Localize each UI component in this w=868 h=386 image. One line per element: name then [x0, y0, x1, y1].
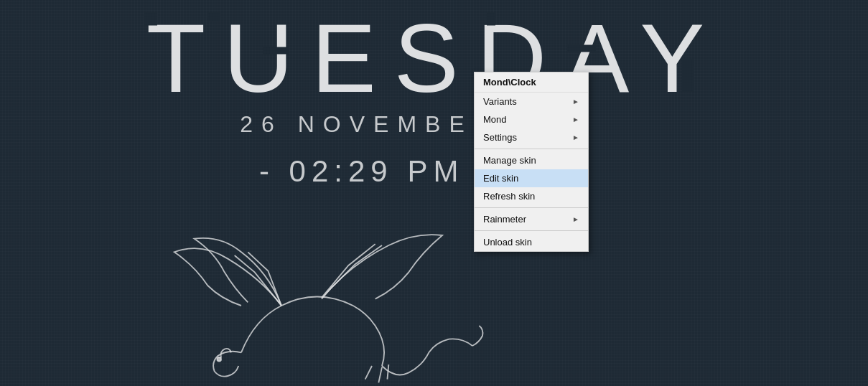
menu-separator-2 — [475, 207, 588, 208]
time-display: - 02:29 PM - — [0, 154, 753, 189]
menu-arrow-variants: ► — [572, 98, 579, 105]
menu-item-rainmeter[interactable]: Rainmeter ► — [475, 210, 588, 228]
svg-text:TUESDAY: TUESDAY — [146, 4, 722, 108]
menu-arrow-settings: ► — [572, 133, 579, 141]
menu-item-unload-skin[interactable]: Unload skin — [475, 233, 588, 251]
menu-item-rainmeter-label: Rainmeter — [483, 214, 526, 225]
date-text: 26 NOVEMBER, — [240, 111, 513, 137]
context-menu: Mond\Clock Variants ► Mond ► Settings ► … — [474, 72, 589, 252]
svg-point-8 — [217, 357, 221, 362]
menu-item-refresh-skin[interactable]: Refresh skin — [475, 187, 588, 205]
menu-arrow-mond: ► — [572, 116, 579, 123]
svg-rect-4 — [487, 13, 495, 26]
svg-rect-1 — [144, 13, 157, 26]
menu-item-unload-skin-label: Unload skin — [483, 237, 532, 248]
menu-title: Mond\Clock — [475, 72, 588, 93]
menu-separator-3 — [475, 230, 588, 231]
menu-item-variants[interactable]: Variants ► — [475, 93, 588, 110]
dragon-logo — [93, 185, 510, 386]
menu-item-settings[interactable]: Settings ► — [475, 128, 588, 146]
svg-rect-2 — [207, 13, 220, 22]
date-display: 26 NOVEMBER, — [0, 111, 753, 138]
menu-item-manage-skin[interactable]: Manage skin — [475, 151, 588, 169]
menu-item-settings-label: Settings — [483, 132, 517, 143]
menu-item-refresh-skin-label: Refresh skin — [483, 191, 535, 202]
svg-rect-7 — [682, 60, 694, 92]
menu-item-edit-skin-label: Edit skin — [483, 173, 518, 184]
svg-rect-6 — [567, 45, 596, 52]
menu-item-variants-label: Variants — [483, 96, 517, 107]
time-text: - 02:29 PM - — [259, 154, 494, 188]
menu-arrow-rainmeter: ► — [572, 215, 579, 223]
svg-rect-3 — [263, 47, 289, 55]
menu-item-manage-skin-label: Manage skin — [483, 155, 536, 166]
menu-separator-1 — [475, 149, 588, 149]
day-display: TUESDAY — [57, 4, 811, 108]
menu-item-mond-label: Mond — [483, 114, 507, 125]
menu-item-edit-skin[interactable]: Edit skin — [475, 169, 588, 187]
menu-item-mond[interactable]: Mond ► — [475, 110, 588, 128]
